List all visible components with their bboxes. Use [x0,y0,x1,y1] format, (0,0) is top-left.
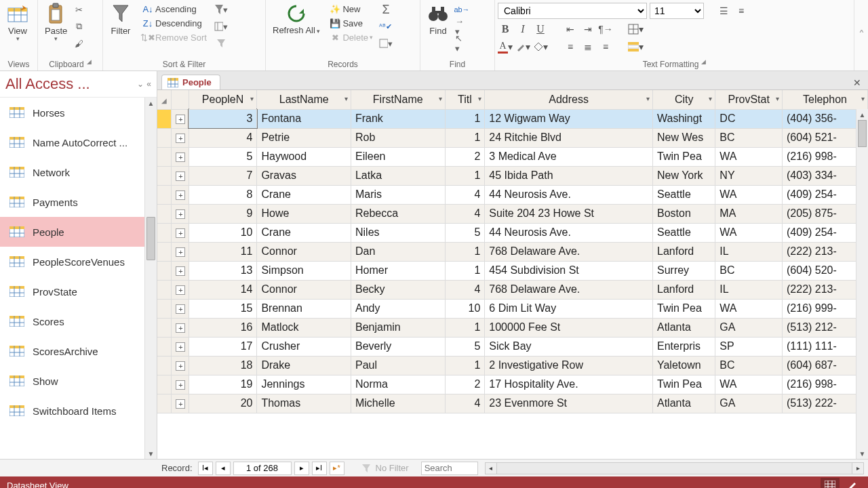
highlight-button[interactable]: ▾ [515,39,530,54]
column-filter-icon[interactable]: ▾ [439,95,442,102]
prev-record-button[interactable]: ◂ [216,462,231,475]
numbering-icon[interactable]: ≡ [734,3,749,18]
cell-address[interactable]: 3 Medical Ave [485,147,653,166]
cell-title[interactable]: 10 [445,299,485,318]
filter-button[interactable]: Filter [106,1,136,37]
col-header-provstat[interactable]: ProvStat▾ [715,90,783,109]
row-selector[interactable] [157,337,172,356]
col-header-firstname[interactable]: FirstName▾ [351,90,445,109]
remove-sort-button[interactable]: ⇅✖Remove Sort [140,31,209,43]
cell-city[interactable]: Seattle [652,223,715,242]
row-selector[interactable] [157,375,172,394]
cell-address[interactable]: 23 Evenmore St [485,394,653,413]
col-header-address[interactable]: Address▾ [485,90,653,109]
cell-address[interactable]: 44 Neurosis Ave. [485,223,653,242]
row-expand[interactable]: + [172,147,189,166]
cell-lastname[interactable]: Crusher [257,337,351,356]
cell-lastname[interactable]: Drake [257,356,351,375]
scroll-track[interactable] [497,462,852,474]
nav-item-payments[interactable]: Payments [0,187,144,217]
nav-item-people[interactable]: People [0,217,144,247]
cell-id[interactable]: 14 [189,280,257,299]
nav-item-network[interactable]: Network [0,157,144,187]
table-row[interactable]: +4PetrieRob124 Ritchie BlvdNew WesBC(604… [157,128,868,147]
cell-address[interactable]: 6 Dim Lit Way [485,299,653,318]
cell-provstat[interactable]: NY [715,166,783,185]
cell-telephone[interactable]: (205) 875- [783,204,868,223]
cell-firstname[interactable]: Paul [351,356,445,375]
cell-city[interactable]: Twin Pea [652,375,715,394]
cell-title[interactable]: 1 [445,128,485,147]
nav-scrollbar[interactable]: ▲ ▼ [144,98,157,459]
select-icon[interactable]: ↖ ▾ [455,37,469,50]
cell-lastname[interactable]: Howe [257,204,351,223]
design-view-toggle-icon[interactable] [842,478,861,488]
col-header-lastname[interactable]: LastName▾ [257,90,351,109]
cell-title[interactable]: 1 [445,356,485,375]
scroll-up-icon[interactable]: ▲ [145,98,157,108]
find-button[interactable]: Find [423,1,453,37]
cell-id[interactable]: 13 [189,261,257,280]
cell-city[interactable]: Lanford [652,280,715,299]
row-expand[interactable]: + [172,261,189,280]
close-tab-button[interactable]: ✕ [850,76,864,89]
cell-provstat[interactable]: GA [715,394,783,413]
tab-people[interactable]: People [161,75,220,89]
table-row[interactable]: +5HaywoodEileen23 Medical AveTwin PeaWA(… [157,147,868,166]
row-selector[interactable] [157,128,172,147]
align-center-icon[interactable]: ≣ [580,39,595,54]
cell-city[interactable]: Atlanta [652,318,715,337]
nav-item-horses[interactable]: Horses [0,98,144,127]
expand-icon[interactable]: + [176,209,185,219]
save-record-button[interactable]: 💾Save [328,17,375,29]
expand-icon[interactable]: + [176,266,185,276]
new-record-button[interactable]: ✨New [328,3,375,15]
cell-telephone[interactable]: (216) 998- [783,375,868,394]
cell-telephone[interactable]: (513) 222- [783,394,868,413]
cell-lastname[interactable]: Gravas [257,166,351,185]
row-selector[interactable] [157,147,172,166]
cell-provstat[interactable]: WA [715,223,783,242]
gridlines-icon[interactable]: ▾ [628,22,644,37]
refresh-all-button[interactable]: Refresh All ▾ [269,1,324,37]
datasheet-view-toggle-icon[interactable] [821,478,840,488]
new-record-nav-button[interactable]: ▸* [330,462,344,475]
row-selector[interactable] [157,261,172,280]
cell-title[interactable]: 2 [445,147,485,166]
cell-id[interactable]: 5 [189,147,257,166]
row-expand[interactable]: + [172,375,189,394]
cell-provstat[interactable]: DC [715,109,783,128]
scroll-thumb[interactable] [146,217,155,260]
cell-id[interactable]: 8 [189,185,257,204]
row-expand[interactable]: + [172,185,189,204]
totals-icon[interactable]: Σ [379,3,393,16]
row-expand[interactable]: + [172,204,189,223]
nav-dropdown-icon[interactable]: ⌄ [137,79,144,89]
cell-firstname[interactable]: Beverly [351,337,445,356]
nav-item-switchboard-items[interactable]: Switchboard Items [0,396,144,426]
cell-telephone[interactable]: (604) 687- [783,356,868,375]
cell-address[interactable]: 100000 Fee St [485,318,653,337]
cell-city[interactable]: Boston [652,204,715,223]
toggle-filter-icon[interactable] [214,37,228,50]
cell-telephone[interactable]: (409) 254- [783,223,868,242]
cell-address[interactable]: 768 Delaware Ave. [485,280,653,299]
row-expand[interactable]: + [172,242,189,261]
dec-indent-icon[interactable]: ⇤ [563,22,578,37]
cell-city[interactable]: New York [652,166,715,185]
expand-icon[interactable]: + [176,342,185,352]
row-expand[interactable]: + [172,394,189,413]
scroll-up-icon[interactable]: ▲ [856,109,868,120]
fill-color-button[interactable]: ▾ [533,39,548,54]
cell-city[interactable]: Surrey [652,261,715,280]
cell-provstat[interactable]: IL [715,242,783,261]
cell-provstat[interactable]: WA [715,299,783,318]
cell-lastname[interactable]: Connor [257,242,351,261]
row-expand[interactable]: + [172,299,189,318]
cell-lastname[interactable]: Matlock [257,318,351,337]
row-expand[interactable]: + [172,356,189,375]
advanced-filter-icon[interactable]: ▾ [214,20,228,33]
row-selector[interactable] [157,109,172,128]
grid-vscrollbar[interactable]: ▲ ▼ [856,109,868,459]
cell-telephone[interactable]: (222) 213- [783,280,868,299]
